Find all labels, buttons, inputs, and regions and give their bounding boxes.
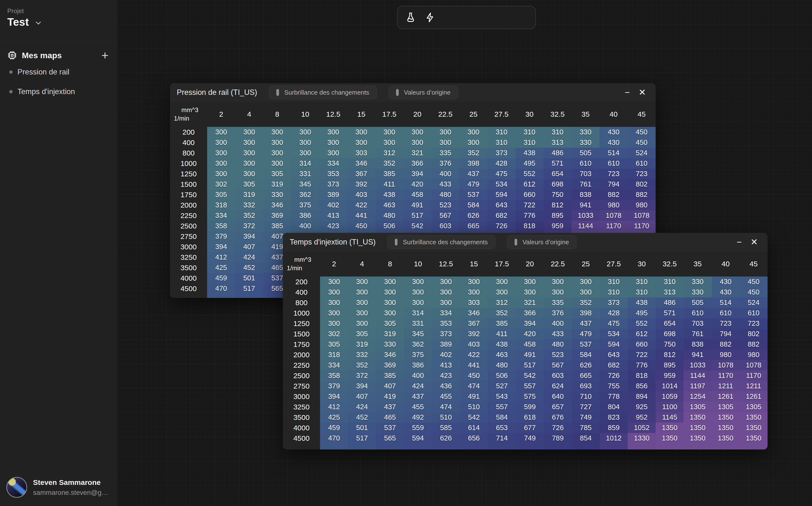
map-cell[interactable]: 527 bbox=[488, 381, 516, 391]
map-cell[interactable]: 300 bbox=[235, 169, 263, 179]
map-cell[interactable]: 300 bbox=[319, 137, 347, 148]
map-cell[interactable]: 452 bbox=[348, 412, 376, 423]
map-cell[interactable]: 723 bbox=[600, 169, 627, 179]
map-cell[interactable]: 346 bbox=[376, 349, 404, 360]
map-cell[interactable]: 403 bbox=[460, 339, 488, 349]
map-cell[interactable]: 859 bbox=[600, 423, 628, 433]
map-cell[interactable]: 300 bbox=[235, 148, 263, 158]
map-cell[interactable]: 394 bbox=[348, 381, 376, 391]
map-cell[interactable]: 450 bbox=[628, 127, 656, 137]
map-cell[interactable]: 441 bbox=[347, 210, 375, 221]
map-cell[interactable]: 610 bbox=[628, 158, 656, 169]
map-cell[interactable]: 300 bbox=[291, 137, 319, 148]
map-cell[interactable]: 300 bbox=[263, 127, 291, 137]
map-cell[interactable]: 300 bbox=[404, 276, 432, 287]
map-cell[interactable]: 300 bbox=[263, 158, 291, 169]
map-cell[interactable]: 726 bbox=[487, 221, 515, 231]
map-cell[interactable]: 1170 bbox=[740, 370, 767, 381]
map-cell[interactable]: 300 bbox=[404, 287, 432, 298]
map-cell[interactable]: 459 bbox=[320, 423, 348, 433]
map-cell[interactable]: 379 bbox=[320, 381, 348, 391]
window-titlebar[interactable]: Temps d'injextion (TI_US) Surbrillance d… bbox=[283, 233, 767, 251]
map-cell[interactable]: 952 bbox=[628, 412, 656, 423]
map-cell[interactable]: 603 bbox=[431, 221, 459, 231]
map-cell[interactable]: 369 bbox=[376, 360, 404, 370]
map-cell[interactable]: 352 bbox=[459, 148, 487, 158]
map-cell[interactable]: 463 bbox=[376, 200, 403, 210]
map-cell[interactable]: 1350 bbox=[712, 412, 740, 423]
map-cell[interactable]: 722 bbox=[516, 200, 543, 210]
map-cell[interactable]: 437 bbox=[572, 318, 600, 329]
map-cell[interactable]: 425 bbox=[207, 262, 235, 273]
map-cell[interactable]: 794 bbox=[712, 329, 740, 339]
map-cell[interactable]: 367 bbox=[460, 318, 488, 329]
map-cell[interactable]: 438 bbox=[516, 148, 543, 158]
map-cell[interactable]: 430 bbox=[600, 127, 627, 137]
map-cell[interactable]: 506 bbox=[488, 370, 516, 381]
map-cell[interactable]: 310 bbox=[656, 276, 684, 287]
map-cell[interactable]: 330 bbox=[571, 137, 600, 148]
map-cell[interactable]: 452 bbox=[235, 262, 263, 273]
map-cell[interactable]: 505 bbox=[571, 148, 600, 158]
map-cell[interactable]: 303 bbox=[347, 148, 375, 158]
map-cell[interactable]: 1012 bbox=[600, 433, 628, 443]
map-cell[interactable]: 310 bbox=[516, 137, 543, 148]
map-cell[interactable]: 366 bbox=[516, 308, 544, 318]
map-cell[interactable]: 941 bbox=[684, 349, 712, 360]
window-titlebar[interactable]: Pression de rail (TI_US) Surbrillance de… bbox=[170, 83, 656, 102]
map-cell[interactable]: 394 bbox=[320, 391, 348, 402]
map-cell[interactable]: 677 bbox=[516, 423, 544, 433]
map-cell[interactable]: 654 bbox=[656, 318, 684, 329]
map-cell[interactable]: 450 bbox=[460, 370, 488, 381]
map-cell[interactable]: 750 bbox=[543, 189, 571, 200]
map-cell[interactable]: 300 bbox=[348, 298, 376, 308]
map-cell[interactable]: 400 bbox=[431, 169, 459, 179]
map-cell[interactable]: 506 bbox=[376, 221, 403, 231]
map-cell[interactable]: 428 bbox=[600, 308, 628, 318]
map-cell[interactable]: 626 bbox=[572, 360, 600, 370]
map-cell[interactable]: 812 bbox=[656, 349, 684, 360]
map-cell[interactable]: 300 bbox=[348, 318, 376, 329]
map-cell[interactable]: 594 bbox=[404, 433, 432, 443]
map-cell[interactable]: 334 bbox=[432, 308, 460, 318]
map-cell[interactable]: 495 bbox=[628, 308, 656, 318]
map-cell[interactable]: 394 bbox=[516, 318, 544, 329]
map-cell[interactable]: 682 bbox=[487, 210, 515, 221]
map-cell[interactable]: 703 bbox=[684, 318, 712, 329]
map-cell[interactable]: 524 bbox=[628, 148, 656, 158]
map-cell[interactable]: 656 bbox=[460, 433, 488, 443]
map-cell[interactable]: 818 bbox=[628, 370, 656, 381]
map-cell[interactable]: 407 bbox=[348, 391, 376, 402]
map-cell[interactable]: 480 bbox=[544, 339, 572, 349]
map-cell[interactable]: 300 bbox=[403, 137, 431, 148]
map-cell[interactable]: 305 bbox=[348, 329, 376, 339]
map-cell[interactable]: 723 bbox=[712, 318, 740, 329]
map-cell[interactable]: 475 bbox=[600, 318, 628, 329]
map-cell[interactable]: 300 bbox=[263, 137, 291, 148]
map-cell[interactable]: 334 bbox=[320, 360, 348, 370]
map-cell[interactable]: 376 bbox=[544, 308, 572, 318]
map-cell[interactable]: 542 bbox=[460, 412, 488, 423]
map-cell[interactable]: 438 bbox=[376, 189, 403, 200]
map-cell[interactable]: 785 bbox=[572, 423, 600, 433]
map-cell[interactable]: 300 bbox=[459, 137, 487, 148]
map-cell[interactable]: 394 bbox=[207, 242, 235, 252]
map-cell[interactable]: 510 bbox=[460, 402, 488, 412]
map-cell[interactable]: 319 bbox=[376, 329, 404, 339]
highlight-changes-button[interactable]: Surbrillance des changements bbox=[387, 235, 495, 249]
map-cell[interactable]: 385 bbox=[263, 221, 291, 231]
map-cell[interactable]: 486 bbox=[656, 298, 684, 308]
map-cell[interactable]: 300 bbox=[404, 298, 432, 308]
map-cell[interactable]: 470 bbox=[207, 283, 235, 294]
map-cell[interactable]: 1197 bbox=[684, 381, 712, 391]
map-cell[interactable]: 980 bbox=[712, 349, 740, 360]
map-cell[interactable]: 420 bbox=[403, 179, 431, 189]
map-cell[interactable]: 1211 bbox=[712, 381, 740, 391]
map-cell[interactable]: 463 bbox=[488, 349, 516, 360]
map-cell[interactable]: 300 bbox=[432, 287, 460, 298]
map-cell[interactable]: 624 bbox=[544, 381, 572, 391]
map-cell[interactable]: 300 bbox=[348, 308, 376, 318]
map-cell[interactable]: 804 bbox=[600, 402, 628, 412]
map-cell[interactable]: 366 bbox=[403, 158, 431, 169]
map-cell[interactable]: 470 bbox=[320, 433, 348, 443]
